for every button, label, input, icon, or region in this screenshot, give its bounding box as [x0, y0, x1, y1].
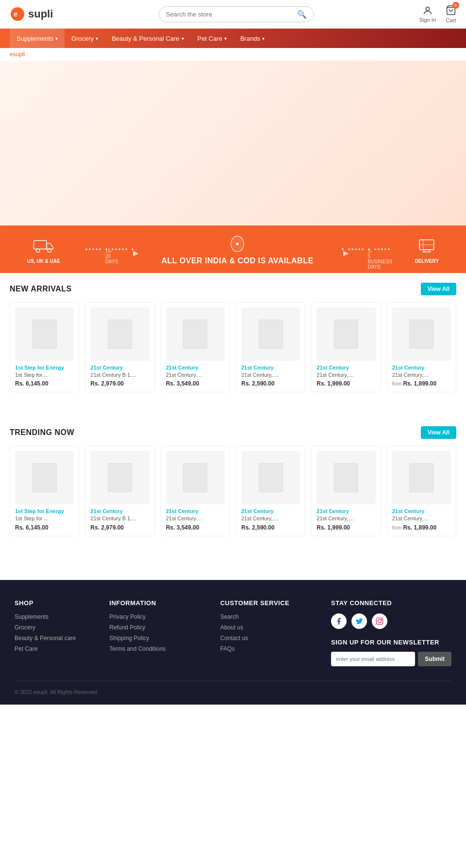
new-arrivals-view-all[interactable]: View All — [421, 283, 456, 295]
arrow-right-icon: ► — [132, 248, 133, 250]
product-card[interactable]: 21st Century 21st Century B 1.... Rs. 2,… — [85, 446, 154, 536]
footer-link[interactable]: Shipping Policy — [109, 635, 205, 642]
product-card[interactable]: 21st Century 21st Century,.... from Rs. … — [387, 302, 456, 392]
product-brand: 21st Century — [166, 508, 225, 514]
product-img-placeholder — [183, 463, 207, 492]
signin-button[interactable]: Sign In — [419, 5, 436, 23]
ship-delivery: DELIVERY — [415, 235, 439, 264]
product-img-placeholder — [108, 463, 132, 492]
footer-link[interactable]: FAQs — [220, 645, 316, 652]
footer-link[interactable]: Contact us — [220, 635, 316, 642]
product-card[interactable]: 21st Century 21st Century,.... Rs. 2,590… — [236, 446, 305, 536]
product-img-placeholder — [108, 320, 132, 349]
svg-point-16 — [381, 619, 382, 619]
svg-point-2 — [426, 7, 429, 11]
footer-link[interactable]: Search — [220, 613, 316, 620]
facebook-icon[interactable] — [331, 613, 347, 629]
product-img-placeholder — [409, 463, 433, 492]
footer-information: INFORMATION Privacy PolicyRefund PolicyS… — [109, 599, 205, 666]
product-price: from Rs. 1,899.00 — [392, 380, 451, 387]
nav-item-pet-care[interactable]: Pet Care ▾ — [191, 29, 233, 48]
ship-center: ALL OVER INDIA & COD IS AVAILABLE — [162, 233, 314, 265]
ship-origin: US, UK & UAE — [27, 235, 60, 264]
product-image — [90, 451, 149, 504]
product-name: 21st Century,.... — [241, 515, 300, 522]
footer-link[interactable]: Refund Policy — [109, 624, 205, 631]
twitter-icon[interactable] — [351, 613, 367, 629]
footer-copyright: © 2022 esupli. All Rights Reserved. — [15, 681, 451, 695]
footer-link[interactable]: Beauty & Personal care — [15, 635, 95, 642]
instagram-icon[interactable] — [372, 613, 387, 629]
product-price: Rs. 6,145.00 — [15, 524, 74, 531]
product-image — [90, 307, 149, 361]
footer-info-title: INFORMATION — [109, 599, 205, 607]
footer-link[interactable]: Privacy Policy — [109, 613, 205, 620]
footer-link[interactable]: Pet Care — [15, 645, 95, 652]
nav-item-brands[interactable]: Brands ▾ — [233, 29, 271, 48]
product-brand: 1st Step for Energy — [15, 508, 74, 514]
product-image — [241, 307, 300, 361]
search-input[interactable] — [166, 11, 297, 18]
breadcrumb[interactable]: esupli — [0, 48, 466, 61]
footer-link[interactable]: Supplements — [15, 613, 95, 620]
newsletter-submit[interactable]: Submit — [418, 652, 451, 666]
product-img-placeholder — [259, 320, 283, 349]
product-card[interactable]: 21st Century 21st Century,.... Rs. 1,999… — [311, 302, 381, 392]
copyright-text: © 2022 esupli. All Rights Reserved. — [15, 689, 99, 695]
product-name: 21st Century,.... — [392, 515, 451, 522]
product-image — [241, 451, 300, 504]
search-icon: 🔍 — [297, 10, 307, 19]
product-price: Rs. 3,549.00 — [166, 380, 225, 387]
product-card[interactable]: 21st Century 21st Century.... Rs. 3,549.… — [161, 446, 230, 536]
product-card[interactable]: 21st Century 21st Century B 1.... Rs. 2,… — [85, 302, 154, 392]
product-img-placeholder — [409, 320, 433, 349]
product-image — [15, 307, 74, 361]
product-card[interactable]: 21st Century 21st Century,.... Rs. 2,590… — [236, 302, 305, 392]
user-icon — [422, 5, 433, 16]
ship-dots-right: ► 3-5 BUSINESS DAYS — [339, 248, 390, 250]
shipping-banner: US, UK & UAE 15-20 DAYS ► ALL OVER INDIA… — [0, 225, 466, 273]
new-arrivals-section: NEW ARRIVALS View All 1st Step for Energ… — [0, 273, 466, 397]
footer-link[interactable]: Grocery — [15, 624, 95, 631]
product-brand: 21st Century — [316, 365, 375, 370]
footer-social-title: STAY CONNECTED — [331, 599, 451, 607]
footer-link[interactable]: Terms and Conditions — [109, 645, 205, 652]
newsletter-title: SIGN UP FOR OUR NEWSLETTER — [331, 639, 451, 646]
footer-link[interactable]: About us — [220, 624, 316, 631]
product-brand: 21st Century — [392, 508, 451, 514]
product-card[interactable]: 21st Century 21st Century,.... from Rs. … — [387, 446, 456, 536]
product-image — [392, 451, 451, 504]
footer-cs-title: CUSTOMER SERVICE — [220, 599, 316, 607]
nav-item-beauty-&-personal-care[interactable]: Beauty & Personal Care ▾ — [105, 29, 190, 48]
logo[interactable]: e supli — [10, 6, 53, 22]
cart-button[interactable]: 0 Cart — [446, 5, 456, 23]
trending-view-all[interactable]: View All — [421, 426, 456, 439]
product-card[interactable]: 1st Step for Energy 1st Step for.... Rs.… — [10, 446, 79, 536]
nav-item-grocery[interactable]: Grocery ▾ — [65, 29, 105, 48]
product-name: 1st Step for.... — [15, 371, 74, 378]
cart-label: Cart — [446, 17, 456, 23]
chevron-down-icon: ▾ — [262, 36, 265, 41]
product-name: 21st Century B 1.... — [90, 371, 149, 378]
product-card[interactable]: 21st Century 21st Century.... Rs. 3,549.… — [161, 302, 230, 392]
product-img-placeholder — [334, 463, 358, 492]
product-brand: 21st Century — [90, 365, 149, 370]
newsletter-input[interactable] — [331, 652, 415, 666]
product-card[interactable]: 21st Century 21st Century,.... Rs. 1,999… — [311, 446, 381, 536]
product-image — [316, 451, 375, 504]
cart-count: 0 — [452, 2, 459, 9]
product-price: from Rs. 1,899.00 — [392, 524, 451, 531]
product-card[interactable]: 1st Step for Energy 1st Step for.... Rs.… — [10, 302, 79, 392]
product-brand: 21st Century — [316, 508, 375, 514]
search-bar[interactable]: 🔍 — [159, 6, 314, 22]
header: e supli 🔍 Sign In — [0, 0, 466, 29]
product-name: 21st Century,.... — [392, 371, 451, 378]
newsletter-form: Submit — [331, 652, 451, 666]
product-name: 21st Century,.... — [316, 515, 375, 522]
days-left-label: 15-20 DAYS — [105, 248, 107, 250]
product-name: 21st Century.... — [166, 371, 225, 378]
signin-label: Sign In — [419, 17, 436, 23]
delivery-icon — [416, 235, 437, 257]
nav-item-supplements[interactable]: Supplements ▾ — [10, 29, 65, 48]
ship-truck-icon — [33, 235, 54, 257]
